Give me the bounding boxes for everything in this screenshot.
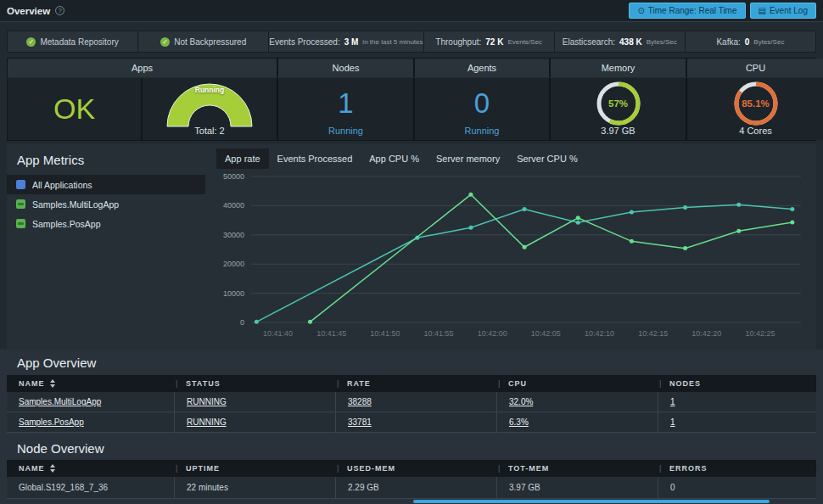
cell-link[interactable]: RUNNING <box>187 397 227 406</box>
time-range-button[interactable]: ⊙ Time Range: Real Time <box>629 3 745 19</box>
column-header-label: STATUS <box>186 379 221 388</box>
agents-running-link[interactable]: Running <box>415 126 549 136</box>
memory-gauge: 57% <box>596 81 641 126</box>
node-overview-title: Node Overview <box>17 441 104 456</box>
app-overview-title: App Overview <box>17 356 96 370</box>
app-rate-chart: 0100002000030000400005000010:41:4010:41:… <box>209 168 813 350</box>
cell-link[interactable]: 33781 <box>348 417 372 427</box>
legend-label: All Applications <box>32 180 92 190</box>
column-header-rate[interactable]: |RATE <box>335 375 496 392</box>
column-header-label: NAME <box>19 379 45 388</box>
table-cell: 1 <box>658 392 816 412</box>
table-cell: 0 <box>658 477 816 498</box>
table-cell: Samples.PosApp <box>7 412 174 432</box>
app-icon <box>16 219 25 228</box>
status-suffix: Events/Sec <box>507 38 541 46</box>
cpu-percent-text: 85.1% <box>733 81 779 126</box>
cell-link[interactable]: RUNNING <box>187 417 227 427</box>
table-cell: Samples.MultiLogApp <box>7 392 174 412</box>
app-icon-glyph <box>18 203 24 205</box>
horizontal-scrollbar-thumb[interactable] <box>413 500 770 503</box>
data-point <box>308 320 312 324</box>
tab-events-processed[interactable]: Events Processed <box>269 148 361 169</box>
cell-link[interactable]: Samples.PosApp <box>19 417 84 427</box>
y-tick-label: 10000 <box>223 289 244 298</box>
column-header-name[interactable]: NAME <box>7 375 174 392</box>
column-header-tot-mem[interactable]: |TOT-MEM <box>496 460 658 477</box>
cell-link[interactable]: 32.0% <box>509 397 533 406</box>
status-value: 438 K <box>619 37 642 47</box>
tab-app-cpu-[interactable]: App CPU % <box>361 148 428 169</box>
cell-link[interactable]: 6.3% <box>509 417 529 427</box>
x-tick-label: 10:41:40 <box>263 329 293 338</box>
help-icon[interactable]: ? <box>55 6 64 15</box>
check-icon: ✓ <box>160 37 170 47</box>
data-point <box>790 221 794 225</box>
column-header-status[interactable]: |STATUS <box>174 375 335 392</box>
cpu-cores-label: 4 Cores <box>687 126 823 136</box>
data-point <box>790 207 794 211</box>
legend-item-all-applications[interactable]: All Applications <box>7 175 205 194</box>
cell-link[interactable]: 1 <box>670 417 675 427</box>
agents-count[interactable]: 0 <box>474 87 490 120</box>
cell-link[interactable]: 1 <box>670 397 675 406</box>
y-tick-label: 50000 <box>223 172 244 181</box>
event-log-button[interactable]: ▤ Event Log <box>750 3 817 19</box>
legend-item-samples-multilogapp[interactable]: Samples.MultiLogApp <box>7 194 205 214</box>
cell-value: 2.29 GB <box>348 483 379 492</box>
cell-link[interactable]: 38288 <box>348 397 372 406</box>
cell-value: 0 <box>670 483 675 492</box>
cell-link[interactable]: Samples.MultiLogApp <box>19 397 101 406</box>
tab-server-cpu-[interactable]: Server CPU % <box>508 148 586 169</box>
status-label: Not Backpressured <box>174 37 246 47</box>
status-value: 3 M <box>344 37 359 47</box>
x-tick-label: 10:42:15 <box>638 329 668 338</box>
table-cell: 38288 <box>335 392 496 412</box>
column-separator: | <box>498 379 501 388</box>
column-header-used-mem[interactable]: |USED-MEM <box>335 460 496 477</box>
data-point <box>468 193 473 197</box>
nodes-count[interactable]: 1 <box>338 87 353 120</box>
table-row: Global.S192_168_7_3622 minutes2.29 GB3.9… <box>7 477 816 499</box>
column-header-name[interactable]: NAME <box>7 460 174 477</box>
column-header-label: NAME <box>19 464 45 473</box>
table-cell: 22 minutes <box>174 477 335 498</box>
nodes-running-link[interactable]: Running <box>278 126 413 136</box>
column-separator: | <box>176 379 178 388</box>
column-header-label: TOT-MEM <box>508 464 549 473</box>
metric-tabs: App rateEvents ProcessedApp CPU %Server … <box>216 148 586 169</box>
memory-total-label: 3.97 GB <box>551 126 686 136</box>
column-header-cpu[interactable]: |CPU <box>496 375 658 392</box>
data-point <box>255 320 259 324</box>
cpu-cell: 85.1% 4 Cores <box>687 78 823 140</box>
column-header-nodes[interactable]: |NODES <box>658 375 816 392</box>
app-metrics-title: App Metrics <box>17 153 84 167</box>
all-apps-icon <box>16 180 25 189</box>
application-legend: All ApplicationsSamples.MultiLogAppSampl… <box>7 175 205 233</box>
tab-app-rate[interactable]: App rate <box>216 148 269 169</box>
status-label: Throughput: <box>435 37 481 47</box>
column-header-label: NODES <box>669 379 701 388</box>
memory-cell: 57% 3.97 GB <box>551 78 686 140</box>
event-log-icon: ▤ <box>759 6 766 15</box>
node-overview-table: NAME|UPTIME|USED-MEM|TOT-MEM|ERRORSGloba… <box>7 460 816 499</box>
data-point <box>468 226 473 230</box>
legend-label: Samples.PosApp <box>32 219 101 229</box>
legend-item-samples-posapp[interactable]: Samples.PosApp <box>7 214 205 233</box>
series-line-Samples.MultiLogApp <box>256 204 792 322</box>
column-header-label: CPU <box>508 379 527 388</box>
column-header-uptime[interactable]: |UPTIME <box>174 460 335 477</box>
column-header-errors[interactable]: |ERRORS <box>658 460 816 477</box>
check-icon: ✓ <box>26 37 36 47</box>
status-label: Elasticsearch: <box>563 37 615 47</box>
status-cell-0: ✓Metadata Repository <box>8 31 137 52</box>
table-cell: 33781 <box>335 412 496 432</box>
x-tick-label: 10:41:55 <box>424 329 454 338</box>
y-tick-label: 40000 <box>223 201 244 210</box>
data-point <box>736 229 741 233</box>
x-tick-label: 10:42:05 <box>531 329 561 338</box>
top-bar: Overview ? ⊙ Time Range: Real Time ▤ Eve… <box>0 0 823 22</box>
data-point <box>630 210 634 214</box>
status-suffix: Bytes/Sec <box>647 38 677 46</box>
tab-server-memory[interactable]: Server memory <box>428 148 508 169</box>
